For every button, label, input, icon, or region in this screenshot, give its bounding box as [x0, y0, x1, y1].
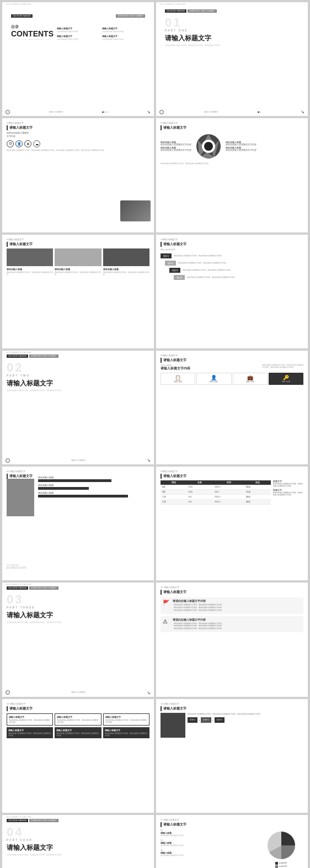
desc-3: 请您在此处输入重要的文字内容	[7, 132, 149, 138]
desc-right-8: 请在此处输入您需要的文字内容，请在此处输入您需要的文字内容，请在此处输入您需要的…	[262, 364, 303, 369]
heading-12: 请输入标题文字	[161, 590, 303, 595]
td-4-1: D类	[161, 500, 187, 505]
company-name-2: YOUR COMPANY SLOGAN HERE	[159, 3, 185, 6]
icon-lbl-3: 请输入标题	[235, 380, 265, 383]
tag-summary-7: DEPARTMENT WORK SUMMARY	[29, 354, 58, 358]
scurve-badge-4: 项目4	[174, 275, 185, 280]
scurve-text-4: 请在此处输入您需要的文字内容，请在此处输入您需要的文字内容	[187, 276, 235, 278]
part-label-2: PART TWO	[7, 374, 149, 377]
hex-left-labels: 请在此输入标题请在此处输入您需要的文字内容 请在此输入标题请在此处输入您需要的文…	[161, 141, 191, 151]
scurve-item-1: 项目1 请在此处输入您需要的文字内容，请在此处输入您需要的文字内容	[161, 253, 303, 258]
page-circle-1: ∞	[6, 110, 10, 114]
th-status: 状态	[244, 480, 271, 485]
pie-layout: 01 请输入标题 请在此处输入您需要的文字内容 02 请输入标题 请在此处输入您…	[161, 829, 303, 868]
legend-label-2: 标签B 30%	[279, 865, 287, 867]
contents-item-1: 请输入标题文字 点击在此处输入您的文字内容	[57, 27, 100, 33]
pie-text-2: 请在此处输入您需要的文字内容	[161, 844, 257, 846]
tag-summary-2: DEPARTMENT WORK SUMMARY	[188, 9, 217, 13]
item-label-1: 请输入标题文字	[57, 27, 100, 30]
part-label-3: PART THREE	[7, 606, 149, 609]
scurve-text-3: 请在此处输入您需要的文字内容，请在此处输入您需要的文字内容	[183, 269, 231, 271]
table-head: 类别 名称 时间 状态	[161, 480, 271, 485]
warn-icon-2: ⚠	[163, 618, 170, 624]
box-title-3: 请输入标题文字	[105, 716, 147, 718]
table-right-text: 标签文字 请在此处输入您需要的文字内容，请在此处输入您需要的文字内容 标签文字 …	[273, 480, 303, 505]
dot-2	[106, 112, 107, 113]
steps-layout: 请在此处输入您需要的文字内容，请在此处输入您需要的文字内容，请在此处输入您需要的…	[161, 713, 303, 738]
slide-8-content-title: 6 请输入标题文字 请输入标题文字 TITLE HERE 请输入标题文字内容 请…	[156, 351, 308, 464]
scurve-desc: 请输入如何使用背景	[161, 248, 303, 251]
box-1: 请输入标题文字 请在此处输入您需要的文字内容，请在此处输入您需要的文字内容	[7, 713, 53, 726]
td-4-3: 2022-1	[213, 500, 244, 505]
dot-1	[104, 112, 105, 113]
td-3-2: 20#	[187, 495, 213, 500]
company-top-1: YOUR COMPANY SLOGAN HERE	[6, 3, 151, 6]
section-num-13: 14 请输入标题文字	[7, 702, 149, 705]
table-row-2: B类 202# 2021 完成	[161, 490, 271, 495]
part-three-body: 03 PART THREE 请输入标题文字 点击在此处输入您的文字内容，这里是您…	[2, 591, 154, 626]
caption-3: 请在此输入标题 请在此处输入您需要的文字内容，请在此处输入您需要的文字内容	[103, 268, 149, 276]
pie-item-3: 03 请输入标题 请在此处输入您需要的文字内容	[161, 849, 257, 856]
body-text-3: 请在此处输入您需要的文字内容，请在此处输入您需要的文字内容，请在此处输入您需要的…	[7, 149, 149, 152]
data-label-3: 请在此输入标题	[38, 492, 151, 494]
heading-8: 请输入标题文字	[161, 358, 303, 363]
slide-12-warning: 11 请输入标题文字 请输入标题文字 🚩 请选此处输入标题文字内容 · 请在此处…	[156, 583, 308, 696]
slide-3-icons: 2 请输入标题文字 请输入标题文字 请您在此处输入重要的文字内容 ⊙ 👤 ♻ ☁…	[2, 118, 154, 232]
icon-circle-2: 👤	[15, 140, 23, 147]
td-2-2: 202#	[187, 490, 213, 495]
shutter-svg	[195, 133, 222, 160]
contents-item-3: 请输入标题文字 点击在此处输入您的文字内容	[57, 35, 100, 41]
slide-14-steps: 15 请输入标题文字 请输入标题文字 请在此处输入您需要的文字内容，请在此处输入…	[156, 699, 308, 813]
scurve-text-2: 请在此处输入您需要的文字内容，请在此处输入您需要的文字内容	[178, 262, 226, 264]
pie-text-3: 请在此处输入您需要的文字内容	[161, 854, 257, 856]
part-num-2: 02	[7, 362, 149, 374]
part-num-3: 03	[7, 594, 149, 606]
box-4-dark: 请输入标题文字 请在此处输入您需要的文字内容，请在此处输入您需要的文字内容	[7, 727, 53, 738]
warn-icon-1: 🚩	[163, 600, 170, 606]
dot-b2	[260, 112, 261, 113]
company-top-7: YOUR COMPANY SLOGAN HERE	[6, 352, 151, 354]
table-header-row: 类别 名称 时间 状态	[161, 480, 271, 485]
pie-chart-area: 标签A 40% 标签B 30% 标签C 20% 标签D 10%	[259, 829, 303, 868]
icon-lbl-2: 请输入标题	[199, 380, 229, 383]
heading-13: 请输入标题文字	[7, 706, 149, 711]
tag-bar-1: 2022 WORK PLANNING DEPARTMENT WORK SUMMA…	[7, 10, 149, 22]
company-top-11: YOUR COMPANY SLOGAN HERE	[6, 584, 151, 586]
slide-10-table: 9 请输入标题文字 请输入标题文字 类别 名称 时间 状态	[156, 467, 308, 580]
slide-14-inner: 15 请输入标题文字 请输入标题文字 请在此处输入您需要的文字内容，请在此处输入…	[156, 699, 308, 813]
slide-12-inner: 11 请输入标题文字 请输入标题文字 🚩 请选此处输入标题文字内容 · 请在此处…	[156, 583, 308, 696]
hex-right-labels: 请在此输入标题请在此处输入您需要的文字内容 请在此输入标题请在此处输入您需要的文…	[226, 141, 256, 151]
footer-company-11: SAEKO COMPANY	[71, 691, 85, 694]
box-3: 请输入标题文字 请在此处输入您需要的文字内容，请在此处输入您需要的文字内容	[103, 713, 149, 726]
part-num-4: 04	[7, 826, 149, 838]
td-4-2: 203	[187, 500, 213, 505]
heading-6: 请输入标题文字	[161, 242, 303, 247]
slide-9-biz-data: 10 请输入标题文字 请输入标题文字 请在此输入标题 请在此输入标题 请在此输入…	[2, 467, 154, 580]
contents-body: 目录 CONTENTS YOUR COMPANY SLOGAN HERE / P…	[7, 23, 149, 40]
section-num-10: 9 请输入标题文字	[161, 470, 303, 473]
table-row-4: D类 203 2022-1 继续	[161, 500, 271, 505]
section-num-4: 3 请输入标题文字	[161, 121, 303, 124]
section-num-6: 5 请输入标题文字	[161, 238, 303, 241]
box-text-1: 请在此处输入您需要的文字内容，请在此处输入您需要的文字内容	[9, 719, 51, 723]
tag-planning-2: 2022 WORK PLANNING	[165, 9, 186, 13]
slide-7-bottom: ∞ SAEKO COMPANY ↘	[6, 458, 151, 463]
item-sub-4: 点击在此处输入您的文字内容	[102, 38, 146, 40]
legend-label-1: 标签A 40%	[279, 862, 287, 864]
cap-text-1: 请在此处输入您需要的文字内容，请在此处输入您需要的文字内容	[7, 271, 53, 276]
company-name-1: YOUR COMPANY SLOGAN HERE	[6, 3, 31, 6]
table-body: A类 201# 2022-1 继续 B类 202# 2021 完成	[161, 485, 271, 505]
heading-3: 请输入标题文字	[7, 125, 149, 130]
box-text-4: 请在此处输入您需要的文字内容，请在此处输入您需要的文字内容	[8, 732, 51, 737]
caption-2: 请在此输入标题 请在此处输入您需要的文字内容，请在此处输入您需要的文字内容	[55, 268, 101, 276]
right-text-1: 请在此处输入您需要的文字内容，请在此处输入您需要的文字内容	[273, 483, 303, 487]
pie-svg	[265, 829, 298, 862]
legend-item-1: 标签A 40%	[275, 862, 287, 865]
table-area: 类别 名称 时间 状态 A类 201# 2022-1 继续	[161, 480, 271, 505]
data-item-1: 请在此输入标题	[38, 477, 151, 482]
cap-title-2: 请在此输入标题	[55, 268, 101, 271]
slide-9-inner: 10 请输入标题文字 请输入标题文字 请在此输入标题 请在此输入标题 请在此输入…	[2, 467, 154, 580]
svg-point-2	[204, 142, 213, 151]
data-item-2: 请在此输入标题	[38, 484, 151, 490]
box-title-2: 请输入标题文字	[57, 716, 99, 718]
